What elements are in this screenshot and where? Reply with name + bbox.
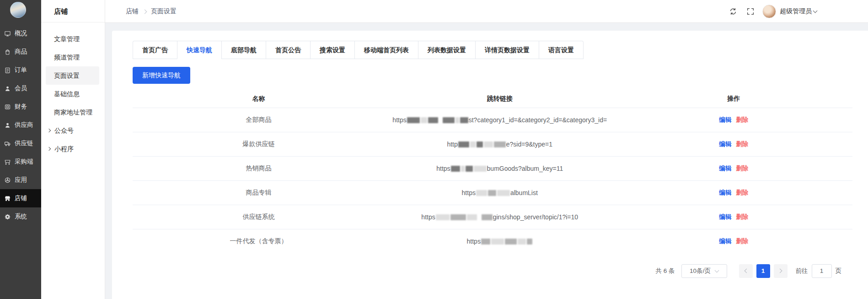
delete-link[interactable]: 删除 bbox=[736, 213, 748, 220]
redacted-block bbox=[505, 239, 517, 245]
submenu-title: 店铺 bbox=[41, 0, 105, 22]
table-row: 热销商品 httpsbumGoods?album_key=11 编辑删除 bbox=[133, 157, 852, 181]
edit-link[interactable]: 编辑 bbox=[719, 116, 731, 123]
row-name: 全部商品 bbox=[133, 108, 385, 132]
sidebar-item-label: 供应商 bbox=[15, 121, 33, 129]
pagination: 共 6 条 10条/页 1 前往 页 bbox=[133, 264, 852, 278]
tab-detail-data-settings[interactable]: 详情页数据设置 bbox=[475, 41, 539, 59]
submenu-list: 文章管理 频道管理 页面设置 基础信息 商家地址管理 公众号 小程序 bbox=[41, 30, 105, 158]
goto-page-input[interactable] bbox=[812, 264, 832, 278]
breadcrumb: 店铺 页面设置 bbox=[126, 7, 177, 16]
sidebar-item-supply-chain[interactable]: 供应链 bbox=[0, 134, 41, 152]
column-header-name: 名称 bbox=[133, 89, 385, 108]
row-name: 一件代发（含专票） bbox=[133, 229, 385, 254]
row-actions: 编辑删除 bbox=[615, 229, 852, 254]
next-page-button[interactable] bbox=[774, 264, 788, 278]
page-size-value: 10条/页 bbox=[690, 267, 711, 275]
delete-link[interactable]: 删除 bbox=[736, 141, 748, 147]
row-name: 热销商品 bbox=[133, 157, 385, 181]
submenu-item-channels[interactable]: 频道管理 bbox=[41, 48, 105, 66]
row-actions: 编辑删除 bbox=[615, 132, 852, 157]
table-row: 供应链系统 httpsgins/shop_server/topic/1?i=10… bbox=[133, 205, 852, 229]
add-quick-nav-button[interactable]: 新增快速导航 bbox=[133, 67, 190, 84]
app-logo-avatar[interactable] bbox=[10, 2, 26, 18]
submenu-item-official-account[interactable]: 公众号 bbox=[41, 121, 105, 140]
edit-link[interactable]: 编辑 bbox=[719, 165, 731, 172]
tab-home-ads[interactable]: 首页广告 bbox=[133, 41, 177, 59]
chevron-left-icon bbox=[744, 269, 749, 273]
user-menu[interactable]: 超级管理员 bbox=[762, 5, 817, 18]
submenu-item-merchant-address[interactable]: 商家地址管理 bbox=[41, 103, 105, 121]
sidebar-item-shop[interactable]: 店铺 bbox=[0, 189, 41, 207]
submenu-item-mini-program[interactable]: 小程序 bbox=[41, 140, 105, 158]
refresh-icon[interactable] bbox=[729, 7, 737, 16]
row-link: https bbox=[385, 229, 615, 254]
table-row: 爆款供应链 httpe?sid=9&type=1 编辑删除 bbox=[133, 132, 852, 157]
redacted-block bbox=[443, 117, 455, 123]
breadcrumb-item-shop[interactable]: 店铺 bbox=[126, 7, 139, 16]
goto-label: 前往 bbox=[796, 267, 808, 275]
edit-link[interactable]: 编辑 bbox=[719, 141, 731, 147]
shop-icon bbox=[4, 195, 11, 202]
redacted-block bbox=[474, 166, 487, 172]
chevron-right-icon bbox=[143, 9, 147, 14]
redacted-block bbox=[428, 117, 438, 123]
sidebar-item-orders[interactable]: 订单 bbox=[0, 61, 41, 79]
delete-link[interactable]: 删除 bbox=[736, 116, 748, 123]
redacted-block bbox=[527, 239, 532, 245]
tab-quick-nav[interactable]: 快速导航 bbox=[177, 41, 221, 59]
tab-list-data-settings[interactable]: 列表数据设置 bbox=[418, 41, 475, 59]
content-area: 首页广告 快速导航 底部导航 首页公告 搜索设置 移动端首页列表 列表数据设置 … bbox=[105, 23, 868, 299]
tab-mobile-home-list[interactable]: 移动端首页列表 bbox=[354, 41, 418, 59]
breadcrumb-item-page-settings: 页面设置 bbox=[151, 7, 177, 16]
sidebar-item-overview[interactable]: 概况 bbox=[0, 24, 41, 43]
submenu-item-label: 小程序 bbox=[54, 140, 74, 158]
sidebar-item-label: 会员 bbox=[15, 84, 27, 92]
row-link: httpsgins/shop_server/topic/1?i=10 bbox=[385, 205, 615, 229]
tab-home-notice[interactable]: 首页公告 bbox=[266, 41, 310, 59]
sidebar-item-system[interactable]: 系统 bbox=[0, 207, 41, 226]
edit-link[interactable]: 编辑 bbox=[719, 238, 731, 245]
sidebar-item-finance[interactable]: 财务 bbox=[0, 98, 41, 116]
row-link: httpsalbumList bbox=[385, 181, 615, 205]
sidebar-item-apps[interactable]: 应用 bbox=[0, 171, 41, 189]
submenu-item-basic-info[interactable]: 基础信息 bbox=[41, 85, 105, 103]
user-avatar bbox=[762, 5, 776, 18]
chevron-right-icon bbox=[777, 269, 782, 273]
quick-nav-table: 名称 跳转链接 操作 全部商品 httpsst?category1_id=&ca… bbox=[133, 89, 852, 254]
supplier-icon bbox=[4, 122, 11, 129]
prev-page-button[interactable] bbox=[739, 264, 753, 278]
main-column: 店铺 页面设置 超级管理员 首页广告 快速导航 底 bbox=[105, 0, 868, 299]
submenu-item-page-settings[interactable]: 页面设置 bbox=[46, 66, 99, 85]
sidebar-item-procurement[interactable]: 采购端 bbox=[0, 152, 41, 171]
redacted-block bbox=[491, 239, 504, 245]
redacted-block bbox=[455, 117, 459, 123]
page-number-button[interactable]: 1 bbox=[756, 264, 770, 278]
redacted-block bbox=[451, 166, 460, 172]
bag-icon bbox=[4, 49, 11, 55]
tab-search-settings[interactable]: 搜索设置 bbox=[310, 41, 354, 59]
delete-link[interactable]: 删除 bbox=[736, 189, 748, 196]
edit-link[interactable]: 编辑 bbox=[719, 213, 731, 220]
member-icon bbox=[4, 85, 11, 92]
page-size-select[interactable]: 10条/页 bbox=[681, 264, 727, 278]
tab-bottom-nav[interactable]: 底部导航 bbox=[221, 41, 266, 59]
redacted-block bbox=[484, 141, 493, 147]
redacted-block bbox=[466, 166, 473, 172]
edit-link[interactable]: 编辑 bbox=[719, 189, 731, 196]
redacted-block bbox=[518, 239, 526, 245]
redacted-block bbox=[458, 141, 469, 147]
sidebar-item-goods[interactable]: 商品 bbox=[0, 43, 41, 61]
goto-page-group: 前往 页 bbox=[796, 264, 842, 278]
sidebar-item-members[interactable]: 会员 bbox=[0, 79, 41, 98]
column-header-link: 跳转链接 bbox=[385, 89, 615, 108]
fullscreen-icon[interactable] bbox=[746, 7, 755, 16]
tab-language-settings[interactable]: 语言设置 bbox=[539, 41, 583, 59]
delete-link[interactable]: 删除 bbox=[736, 165, 748, 172]
table-row: 商品专辑 httpsalbumList 编辑删除 bbox=[133, 181, 852, 205]
username: 超级管理员 bbox=[780, 7, 812, 16]
sidebar-item-suppliers[interactable]: 供应商 bbox=[0, 116, 41, 134]
submenu-item-articles[interactable]: 文章管理 bbox=[41, 30, 105, 48]
row-actions: 编辑删除 bbox=[615, 181, 852, 205]
delete-link[interactable]: 删除 bbox=[736, 238, 748, 245]
